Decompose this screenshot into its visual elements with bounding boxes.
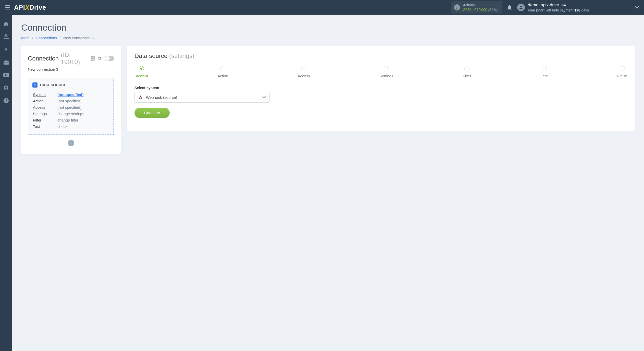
connection-id: (ID: 19010)	[61, 51, 89, 66]
username: demo_apix-drive_s4	[528, 2, 589, 8]
step-label: Finish	[617, 74, 627, 78]
ds-row-value[interactable]: (not specified)	[57, 92, 109, 98]
svg-point-0	[520, 6, 522, 7]
data-source-heading: Data source (settings)	[134, 52, 627, 59]
select-system-label: Select system	[134, 86, 627, 90]
actions-pct: (30%)	[488, 8, 498, 12]
data-source-badge: 1	[32, 82, 38, 88]
step-test[interactable]: Test	[541, 66, 548, 78]
breadcrumb-current: New connection 3	[63, 36, 94, 40]
sidebar-briefcase-icon[interactable]	[0, 58, 12, 66]
step-label: Action	[218, 74, 228, 78]
document-icon[interactable]	[91, 56, 95, 61]
actions-label: Actions:	[463, 3, 498, 7]
ds-row-value[interactable]: (not specified)	[57, 98, 109, 104]
step-label: Settings	[379, 74, 393, 78]
svg-point-11	[5, 86, 7, 88]
svg-rect-1	[5, 34, 7, 36]
chevron-down-icon	[262, 96, 266, 98]
ds-row-key: Access	[33, 104, 57, 110]
svg-text:?: ?	[5, 99, 8, 103]
system-select[interactable]: Webhook (source)	[134, 92, 270, 103]
logo[interactable]: APIXDrive	[14, 4, 46, 11]
page-title: Connection	[21, 22, 635, 33]
svg-rect-8	[4, 63, 9, 63]
ds-row-value[interactable]: check	[57, 124, 109, 129]
sidebar-home-icon[interactable]	[0, 20, 12, 28]
ds-row-key: Filter	[33, 117, 57, 123]
ds-row-value[interactable]: (not specified)	[57, 104, 109, 110]
ds-row-value[interactable]: change filter	[57, 117, 109, 123]
plan-info: Plan |Start| left until payment 198 days	[528, 8, 589, 13]
sidebar-dollar-icon[interactable]: $	[0, 45, 12, 54]
step-label: Access	[298, 74, 310, 78]
gear-icon[interactable]	[97, 56, 102, 61]
actions-used: 2'951	[463, 8, 472, 12]
add-button[interactable]: +	[68, 140, 74, 146]
system-select-value: Webhook (source)	[146, 95, 177, 100]
sidebar-help-icon[interactable]: ?	[0, 96, 12, 105]
data-source-title: DATA SOURCE	[40, 83, 66, 87]
data-source-settings-card: Data source (settings) SystemActionAcces…	[127, 46, 635, 131]
connection-toggle[interactable]	[105, 56, 114, 61]
step-action[interactable]: Action	[218, 66, 228, 78]
sidebar-youtube-icon[interactable]	[0, 71, 12, 79]
svg-rect-3	[6, 38, 7, 39]
sidebar-sitemap-icon[interactable]	[0, 33, 12, 41]
svg-rect-7	[5, 60, 7, 61]
actions-total: 10'000	[477, 8, 487, 12]
avatar-icon	[517, 4, 525, 11]
connection-title: Connection	[28, 55, 59, 62]
hamburger-icon[interactable]	[5, 5, 10, 9]
svg-rect-6	[4, 61, 9, 65]
continue-button[interactable]: Continue	[134, 108, 170, 118]
actions-counter[interactable]: i Actions: 2'951 of 10'000 (30%)	[451, 1, 502, 14]
svg-text:$: $	[5, 47, 7, 52]
webhook-icon	[138, 95, 143, 100]
ds-row-key: Settings	[33, 111, 57, 117]
ds-row-key: Action	[33, 98, 57, 104]
svg-rect-2	[4, 38, 5, 39]
breadcrumb: Main / Connections / New connection 3	[21, 36, 635, 40]
step-label: System	[134, 74, 148, 78]
top-bar: APIXDrive i Actions: 2'951 of 10'000 (30…	[0, 0, 644, 15]
chevron-down-icon[interactable]	[589, 6, 639, 9]
sidebar: $ ?	[0, 15, 12, 351]
step-settings[interactable]: Settings	[379, 66, 393, 78]
breadcrumb-connections[interactable]: Connections	[36, 36, 57, 40]
info-icon: i	[454, 4, 460, 10]
user-menu[interactable]: demo_apix-drive_s4 Plan |Start| left unt…	[517, 2, 639, 13]
ds-row-key: Test	[33, 124, 57, 129]
step-label: Test	[541, 74, 548, 78]
step-filter[interactable]: Filter	[463, 66, 471, 78]
svg-rect-4	[7, 38, 9, 39]
ds-row-key[interactable]: System	[33, 92, 57, 98]
stepper: SystemActionAccessSettingsFilterTestFini…	[134, 66, 627, 78]
breadcrumb-main[interactable]: Main	[21, 36, 30, 40]
ds-row-value[interactable]: change settings	[57, 111, 109, 117]
bell-icon[interactable]	[507, 5, 512, 10]
actions-of: of	[473, 8, 476, 12]
connection-summary-card: Connection (ID: 19010) New connection 3 …	[21, 46, 121, 154]
data-source-box: 1 DATA SOURCE System(not specified)Actio…	[28, 78, 114, 135]
step-label: Filter	[463, 74, 471, 78]
step-access[interactable]: Access	[298, 66, 310, 78]
step-finish[interactable]: Finish	[617, 66, 627, 78]
connection-name[interactable]: New connection 3	[28, 67, 114, 73]
step-system[interactable]: System	[134, 66, 148, 78]
sidebar-user-icon[interactable]	[0, 84, 12, 92]
